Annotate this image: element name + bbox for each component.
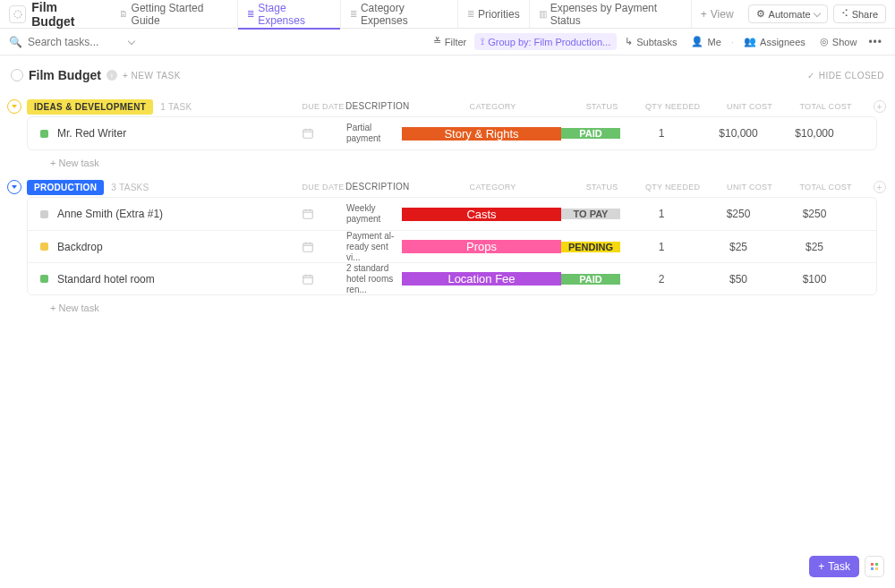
total-cost-cell[interactable]: $25 <box>774 241 855 253</box>
assignees-button[interactable]: 👥Assignees <box>737 33 812 50</box>
total-cost-cell[interactable]: $100 <box>774 273 855 285</box>
add-task-button[interactable]: + New task <box>27 295 877 313</box>
qty-cell[interactable]: 1 <box>620 208 703 220</box>
col-qty[interactable]: QTY NEEDED <box>632 102 714 111</box>
status-cell[interactable]: PAID <box>561 274 620 285</box>
search-dropdown-icon[interactable] <box>128 37 135 44</box>
tab-label: Category Expenses <box>361 2 448 27</box>
task-row[interactable]: Anne Smith (Extra #1) Weekly payment Cas… <box>28 198 876 230</box>
col-qty[interactable]: QTY NEEDED <box>632 183 714 192</box>
col-status[interactable]: STATUS <box>573 102 632 111</box>
description-cell[interactable]: Weekly payment <box>346 203 402 225</box>
filter-button[interactable]: ≚Filter <box>427 33 473 50</box>
category-cell[interactable]: Story & Rights <box>402 127 561 141</box>
col-unit-cost[interactable]: UNIT COST <box>714 102 786 111</box>
col-status[interactable]: STATUS <box>573 183 632 192</box>
col-total-cost[interactable]: TOTAL COST <box>786 102 866 111</box>
hide-closed-button[interactable]: ✓ HIDE CLOSED <box>807 71 884 81</box>
status-circle-icon[interactable] <box>11 69 23 81</box>
task-name[interactable]: Backdrop <box>57 241 103 253</box>
add-column-button[interactable]: + <box>874 100 886 113</box>
share-button[interactable]: ⠪ Share <box>833 4 886 23</box>
col-description[interactable]: DESCRIPTION <box>345 182 413 192</box>
task-count: 1 TASK <box>160 102 192 112</box>
category-cell[interactable]: Casts <box>402 208 561 221</box>
tab-category-expenses[interactable]: ≣Category Expenses <box>340 0 457 29</box>
add-column-button[interactable]: + <box>874 181 886 193</box>
add-task-button[interactable]: + New task <box>27 150 877 168</box>
list-icon: ≣ <box>350 9 357 19</box>
qty-cell[interactable]: 1 <box>620 241 703 253</box>
svg-rect-5 <box>303 210 313 218</box>
category-cell[interactable]: Props <box>402 240 561 253</box>
description-cell[interactable]: Partial payment <box>346 123 402 144</box>
col-total-cost[interactable]: TOTAL COST <box>786 183 866 192</box>
col-due-date[interactable]: DUE DATE <box>301 183 345 192</box>
group-by-button[interactable]: ⟟Group by: Film Production... <box>474 33 617 50</box>
list-title: Film Budget <box>29 68 101 82</box>
unit-cost-cell[interactable]: $50 <box>703 273 774 285</box>
app-title: Film Budget <box>31 0 100 29</box>
status-square-icon[interactable] <box>40 130 48 138</box>
task-name[interactable]: Standard hotel room <box>57 273 155 285</box>
total-cost-cell[interactable]: $250 <box>774 208 855 220</box>
me-button[interactable]: 👤Me <box>685 33 727 50</box>
plus-icon: + <box>818 560 824 573</box>
status-square-icon[interactable] <box>40 275 48 283</box>
col-description[interactable]: DESCRIPTION <box>345 101 413 112</box>
search-input[interactable] <box>28 36 117 48</box>
tab-label: Priorities <box>478 8 520 21</box>
check-icon: ✓ <box>807 71 815 81</box>
qty-cell[interactable]: 1 <box>620 127 703 140</box>
chevron-down-icon <box>813 9 820 16</box>
quick-menu-button[interactable] <box>865 556 884 577</box>
subtasks-button[interactable]: ↳Subtasks <box>618 33 683 50</box>
tab-priorities[interactable]: ≣Priorities <box>457 0 529 29</box>
total-cost-cell[interactable]: $10,000 <box>774 127 855 140</box>
col-category[interactable]: CATEGORY <box>413 102 573 111</box>
qty-cell[interactable]: 2 <box>620 273 703 285</box>
unit-cost-cell[interactable]: $10,000 <box>703 127 774 140</box>
app-icon <box>9 5 26 23</box>
tab-expenses-by-payment-status[interactable]: ▥Expenses by Payment Status <box>529 0 691 29</box>
new-task-top-button[interactable]: + NEW TASK <box>123 71 181 81</box>
svg-rect-13 <box>303 275 313 283</box>
task-name[interactable]: Anne Smith (Extra #1) <box>57 208 163 220</box>
col-unit-cost[interactable]: UNIT COST <box>714 183 786 192</box>
automate-button[interactable]: ⚙ Automate <box>748 4 828 23</box>
group-collapse-toggle[interactable] <box>7 99 21 114</box>
due-date-cell[interactable] <box>302 127 346 140</box>
tab-getting-started-guide[interactable]: 🗎Getting Started Guide <box>110 0 238 29</box>
task-row[interactable]: Backdrop Payment al­ready sent vi... Pro… <box>28 230 876 262</box>
info-icon[interactable]: i <box>107 70 117 81</box>
col-category[interactable]: CATEGORY <box>413 183 573 192</box>
unit-cost-cell[interactable]: $250 <box>703 208 774 220</box>
task-row[interactable]: Mr. Red Writer Partial payment Story & R… <box>28 117 876 149</box>
show-button[interactable]: ◎Show <box>814 33 864 50</box>
tab-label: Getting Started Guide <box>132 2 229 27</box>
group-collapse-toggle[interactable] <box>7 180 21 194</box>
task-row[interactable]: Standard hotel room 2 standard ho­tel ro… <box>28 262 876 294</box>
due-date-cell[interactable] <box>302 208 346 220</box>
tab-stage-expenses[interactable]: ≣Stage Expenses <box>237 0 340 29</box>
new-task-float-button[interactable]: + Task <box>809 556 859 577</box>
more-menu-button[interactable]: ••• <box>865 36 886 48</box>
col-due-date[interactable]: DUE DATE <box>301 102 345 111</box>
description-cell[interactable]: Payment al­ready sent vi... <box>346 231 402 263</box>
status-square-icon[interactable] <box>40 243 48 251</box>
description-cell[interactable]: 2 standard ho­tel rooms ren... <box>346 263 402 295</box>
category-cell[interactable]: Location Fee <box>402 272 561 285</box>
status-square-icon[interactable] <box>40 210 48 218</box>
list-icon: ≣ <box>467 9 474 19</box>
add-view-button[interactable]: + View <box>691 0 743 29</box>
status-cell[interactable]: PENDING <box>561 242 620 252</box>
due-date-cell[interactable] <box>302 273 346 285</box>
share-icon: ⠪ <box>841 8 848 20</box>
status-cell[interactable]: PAID <box>561 128 620 139</box>
task-name[interactable]: Mr. Red Writer <box>57 127 126 140</box>
status-cell[interactable]: TO PAY <box>561 209 620 219</box>
group-label[interactable]: PRODUCTION <box>27 180 104 195</box>
group-label[interactable]: IDEAS & DEVELOPMENT <box>27 99 153 115</box>
unit-cost-cell[interactable]: $25 <box>703 241 774 253</box>
due-date-cell[interactable] <box>302 241 346 253</box>
